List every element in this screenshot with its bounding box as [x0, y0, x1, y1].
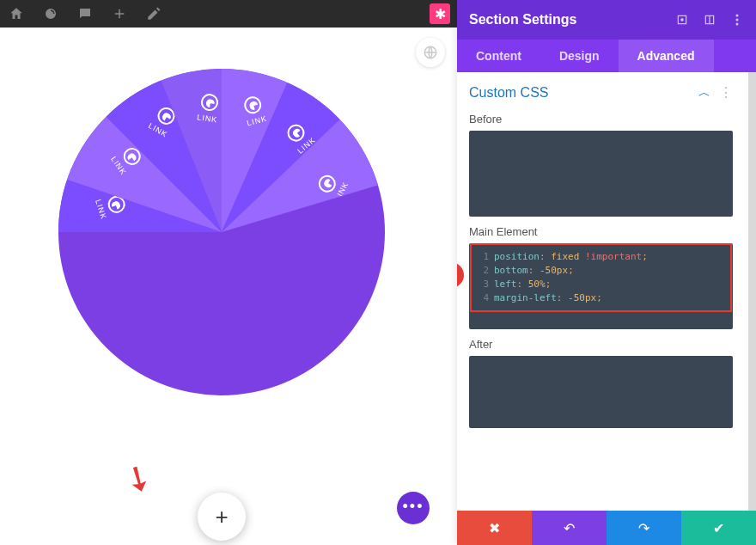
panel-footer: ✖ ↶ ↷ ✔	[457, 511, 756, 545]
page-actions-button[interactable]: •••	[397, 492, 430, 524]
pie-chart-icon	[242, 95, 263, 115]
settings-tabs: Content Design Advanced	[457, 40, 756, 72]
svg-point-2	[681, 19, 683, 21]
tab-advanced[interactable]: Advanced	[619, 40, 714, 72]
home-icon[interactable]	[9, 6, 24, 21]
plus-icon[interactable]	[112, 6, 127, 21]
svg-point-4	[736, 15, 739, 17]
panel-header: Section Settings	[457, 0, 756, 40]
chevron-up-icon[interactable]: ︿	[698, 85, 710, 101]
brand-star-button[interactable]: ✱	[430, 3, 450, 24]
slice-label: LINK	[246, 114, 268, 128]
slice-label: LINK	[94, 198, 108, 220]
comment-icon[interactable]	[77, 6, 93, 21]
visibility-globe-button[interactable]	[416, 38, 445, 67]
pencil-icon[interactable]	[146, 6, 162, 21]
section-menu-icon[interactable]: ⋮	[719, 84, 733, 101]
undo-button[interactable]: ↶	[532, 511, 607, 545]
settings-panel: Section Settings Content Design Advanced…	[457, 0, 756, 545]
main-css-input[interactable]: 1position: fixed !important; 2bottom: -5…	[469, 243, 733, 329]
after-label: After	[469, 338, 733, 351]
slice-label: LINK	[197, 113, 218, 124]
after-css-input[interactable]	[469, 356, 733, 428]
tab-design[interactable]: Design	[540, 40, 619, 72]
section-custom-css[interactable]: Custom CSS ︿⋮	[469, 84, 733, 101]
radial-menu: LINK LINK LINK LINK LINK LINK LINK	[58, 69, 385, 395]
tab-content[interactable]: Content	[457, 40, 540, 72]
main-element-label: Main Element	[469, 225, 733, 238]
before-css-input[interactable]	[469, 131, 733, 217]
save-button[interactable]: ✔	[681, 511, 756, 545]
svg-point-5	[736, 19, 739, 21]
panel-title: Section Settings	[469, 12, 576, 28]
panel-body: Custom CSS ︿⋮ Before Main Element 1 1pos…	[457, 72, 756, 511]
annotation-arrow-icon: ➘	[117, 454, 162, 503]
gauge-icon[interactable]	[43, 6, 58, 21]
expand-icon[interactable]	[675, 13, 689, 27]
svg-point-6	[736, 23, 739, 26]
cancel-button[interactable]: ✖	[457, 511, 532, 545]
pie-chart-icon	[199, 92, 219, 112]
annotation-callout: 1	[457, 262, 464, 288]
builder-canvas: LINK LINK LINK LINK LINK LINK LINK ➘ + •…	[0, 28, 457, 545]
before-label: Before	[469, 113, 733, 126]
redo-button[interactable]: ↷	[607, 511, 681, 545]
add-section-button[interactable]: +	[198, 493, 246, 541]
kebab-icon[interactable]	[730, 13, 744, 27]
snap-icon[interactable]	[703, 13, 716, 27]
section-label: Custom CSS	[469, 85, 548, 101]
